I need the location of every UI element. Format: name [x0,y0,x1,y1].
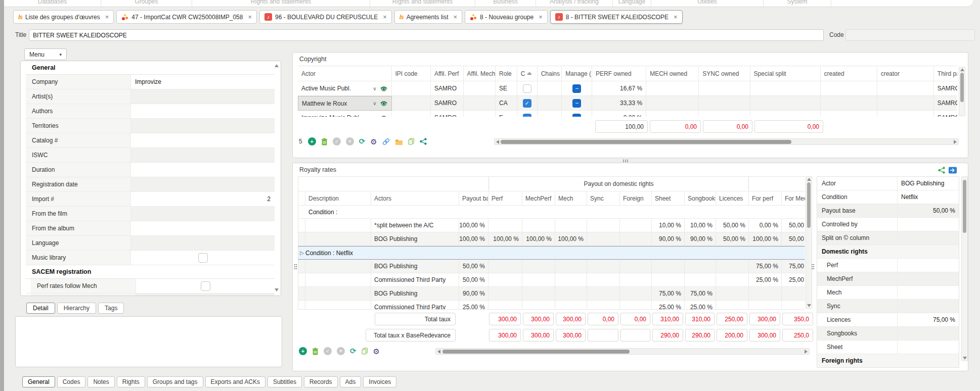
scroll-right-icon[interactable] [805,350,808,354]
affil-mech-cell[interactable] [464,96,496,111]
refresh-icon[interactable]: ⟳ [350,348,357,355]
authors-field[interactable] [131,104,275,118]
doc-tab-importcat[interactable]: 47 - ImportCat CWR CW250008IMP_058 × [116,10,257,24]
tab-records[interactable]: Records [304,376,338,387]
c-checkbox[interactable] [523,84,531,93]
details-vertical-scrollbar[interactable] [961,176,968,361]
special-split-cell[interactable] [750,96,821,111]
menu-item-databases[interactable]: Databases [4,0,101,7]
chevron-down-icon[interactable]: ∨ [373,115,376,117]
mechperf-cell[interactable] [522,301,555,309]
mech-cell[interactable] [555,301,587,309]
close-icon[interactable]: × [539,13,543,21]
close-icon[interactable]: × [248,13,252,21]
third-party-cell[interactable]: SAMRO [934,81,957,96]
validate-button[interactable]: ✓ [333,137,341,145]
close-icon[interactable]: × [383,13,387,21]
menu-item-rights-statements-2[interactable]: Rights and statements [370,0,475,7]
ipi-cell[interactable] [392,96,431,111]
scroll-up-icon[interactable] [275,64,279,67]
language-field[interactable] [131,236,275,250]
for-mech-cell[interactable]: 25,00 % [782,273,805,287]
actors-cell[interactable]: Commissioned Third Party [371,301,459,309]
songbooks-cell[interactable]: 10,00 % [685,219,716,232]
sheet-cell[interactable] [652,260,685,273]
col-foreign[interactable]: Foreign [620,191,652,206]
actors-cell[interactable]: BOG Publishing [371,287,459,301]
for-perf-cell[interactable] [749,301,782,309]
mech-cell[interactable] [555,219,587,232]
actors-cell[interactable]: BOG Publishing [371,260,459,273]
eye-icon[interactable] [380,101,388,106]
scroll-thumb[interactable] [442,350,630,354]
sync-cell[interactable] [587,232,620,246]
tab-exports-and-acks[interactable]: Exports and ACKs [205,376,265,387]
col-actors[interactable]: Actors [371,191,459,206]
close-icon[interactable]: × [674,13,678,21]
special-split-cell[interactable] [750,81,821,96]
col-actor[interactable]: Actor [298,66,392,81]
third-party-cell[interactable]: SAMRO [934,96,957,111]
col-payout-base[interactable]: Payout ba [459,191,488,206]
tab-tags[interactable]: Tags [98,303,124,314]
menu-item-analysis[interactable]: Analysis / tracking [536,0,613,7]
perf-cell[interactable] [488,260,522,273]
tab-ads[interactable]: Ads [340,376,362,387]
doc-tab-nouveau-groupe[interactable]: 8 - Nouveau groupe × [465,10,548,24]
scroll-down-icon[interactable] [807,304,811,307]
for-mech-cell[interactable] [782,287,805,301]
mech-owned-cell[interactable] [646,81,699,96]
licences-cell[interactable] [716,301,749,309]
col-creator[interactable]: creator [877,66,934,81]
foreign-cell[interactable] [620,260,652,273]
sync-cell[interactable] [587,273,620,287]
tab-groups-and-tags[interactable]: Groups and tags [147,376,203,387]
tab-subtitles[interactable]: Subtitles [268,376,302,387]
description-cell[interactable] [305,301,371,309]
gear-icon[interactable]: ⚙ [373,348,380,355]
licences-cell[interactable] [716,260,749,273]
actors-cell[interactable]: *split between the A/C [371,219,459,232]
scroll-right-icon[interactable] [954,140,957,144]
splitter-grip[interactable] [294,264,295,265]
menu-item-business[interactable]: Business management [475,0,536,7]
col-third-party[interactable]: Third par [934,66,957,81]
catalog-field[interactable] [131,133,275,148]
col-role[interactable]: Role [496,66,517,81]
licences-cell[interactable] [716,287,749,301]
sheet-cell[interactable]: 10,00 % [652,219,685,232]
sync-owned-cell[interactable] [699,96,750,111]
scroll-left-icon[interactable] [437,350,440,354]
from-film-field[interactable] [131,207,275,221]
import-number-field[interactable]: 2 [131,192,275,206]
scroll-thumb[interactable] [807,182,811,228]
royalty-vertical-scrollbar[interactable] [806,176,812,309]
tab-hierarchy[interactable]: Hierarchy [57,303,96,314]
tab-rights[interactable]: Rights [117,376,145,387]
songbooks-cell[interactable]: 75,00 % [685,287,716,301]
perf-follow-mech-checkbox[interactable] [201,281,210,291]
refresh-icon[interactable]: ⟳ [359,138,366,145]
registration-date-field[interactable] [131,177,275,191]
chains-cell[interactable] [538,81,562,96]
mech-cell[interactable] [555,260,587,273]
duration-field[interactable] [131,163,275,177]
perf-cell[interactable] [488,219,522,232]
close-icon[interactable]: × [453,13,457,21]
royalty-hscrollbar[interactable] [435,348,810,355]
split-column-value[interactable] [897,231,959,245]
manage-minus-button[interactable]: − [572,99,581,108]
col-mech[interactable]: Mech [555,191,587,206]
perf-value[interactable] [897,259,959,272]
menu-dropdown-button[interactable]: Menu ▾ [24,48,67,60]
col-description[interactable]: Description [305,191,371,206]
col-chains[interactable]: Chains [538,66,562,81]
link-icon[interactable] [382,138,390,145]
tab-general[interactable]: General [22,376,55,387]
scroll-up-icon[interactable] [960,68,964,71]
eye-icon[interactable] [380,115,388,117]
cancel-button[interactable]: ✕ [346,137,354,145]
description-cell[interactable] [305,287,371,301]
mech-value[interactable] [897,286,959,299]
col-mechperf[interactable]: MechPerf [522,191,555,206]
